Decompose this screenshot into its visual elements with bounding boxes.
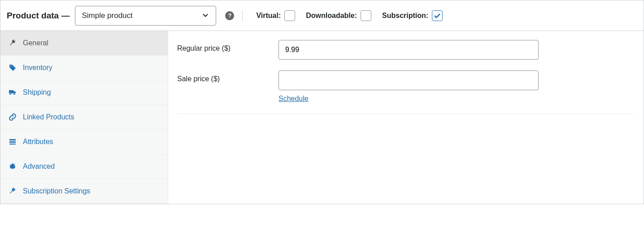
regular-price-row: Regular price ($) (177, 40, 635, 60)
svg-rect-2 (9, 144, 16, 144)
downloadable-label: Downloadable: (306, 12, 357, 20)
wrench-icon (9, 187, 17, 195)
schedule-link[interactable]: Schedule (278, 95, 539, 103)
downloadable-checkbox[interactable] (361, 10, 371, 21)
link-icon (9, 113, 17, 121)
divider (242, 10, 243, 22)
subscription-label: Subscription: (382, 12, 428, 20)
sidebar-item-advanced[interactable]: Advanced (0, 154, 168, 179)
tag-icon (9, 64, 17, 72)
virtual-checkbox-group: Virtual: (256, 10, 295, 21)
svg-rect-1 (9, 141, 16, 143)
sidebar: General Inventory Shipping Linked Produc… (0, 31, 168, 204)
svg-rect-0 (9, 139, 16, 140)
sidebar-item-label: Attributes (23, 138, 53, 146)
virtual-label: Virtual: (256, 12, 281, 20)
main-content: Regular price ($) Sale price ($) Schedul… (168, 31, 644, 204)
regular-price-input-wrapper (278, 40, 539, 60)
product-data-panel: Product data — Simple product ? Virtual:… (0, 0, 644, 204)
virtual-checkbox[interactable] (284, 10, 295, 21)
sidebar-item-label: Shipping (23, 88, 51, 96)
sale-price-input-wrapper: Schedule (278, 70, 539, 103)
product-type-select-wrapper: Simple product (75, 6, 216, 26)
gear-icon (9, 162, 17, 171)
divider (177, 114, 635, 114)
subscription-checkbox-group: Subscription: (382, 10, 443, 21)
wrench-icon (9, 39, 17, 47)
truck-icon (9, 88, 17, 96)
sidebar-item-shipping[interactable]: Shipping (0, 80, 168, 105)
subscription-checkbox[interactable] (432, 10, 443, 21)
regular-price-label: Regular price ($) (177, 40, 278, 53)
panel-header: Product data — Simple product ? Virtual:… (0, 0, 644, 31)
product-type-selected-value: Simple product (82, 11, 132, 20)
sidebar-item-general[interactable]: General (0, 31, 168, 56)
sidebar-item-label: Linked Products (23, 113, 74, 121)
panel-body: General Inventory Shipping Linked Produc… (0, 31, 644, 204)
sidebar-item-subscription-settings[interactable]: Subscription Settings (0, 179, 168, 204)
sidebar-item-attributes[interactable]: Attributes (0, 130, 168, 154)
sale-price-row: Sale price ($) Schedule (177, 70, 635, 103)
sidebar-item-label: Subscription Settings (23, 187, 90, 195)
sidebar-item-label: Inventory (23, 64, 52, 72)
list-icon (9, 138, 17, 146)
help-icon[interactable]: ? (225, 11, 234, 20)
sidebar-item-linked-products[interactable]: Linked Products (0, 105, 168, 130)
sidebar-item-inventory[interactable]: Inventory (0, 56, 168, 80)
sidebar-item-label: General (23, 39, 48, 47)
product-type-select[interactable]: Simple product (75, 6, 216, 26)
downloadable-checkbox-group: Downloadable: (306, 10, 371, 21)
sale-price-label: Sale price ($) (177, 70, 278, 83)
panel-title: Product data — (7, 11, 70, 21)
sidebar-item-label: Advanced (23, 162, 55, 171)
sale-price-input[interactable] (278, 70, 539, 90)
regular-price-input[interactable] (278, 40, 539, 60)
